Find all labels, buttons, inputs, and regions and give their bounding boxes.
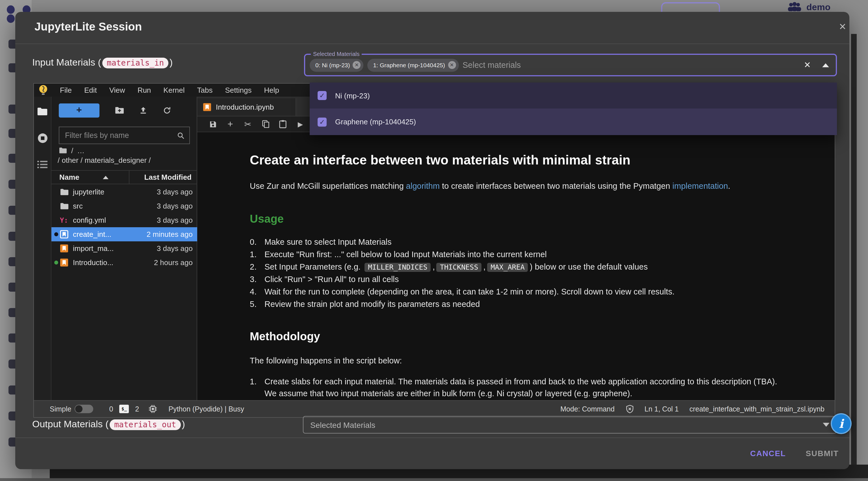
menu-run[interactable]: Run bbox=[131, 86, 157, 94]
file-row[interactable]: Y: config.yml 3 days ago bbox=[52, 213, 197, 227]
info-button[interactable]: i bbox=[831, 413, 851, 434]
folder-icon bbox=[60, 188, 69, 196]
table-of-contents-tab-icon[interactable] bbox=[37, 160, 48, 169]
breadcrumb-path[interactable]: / other / materials_designer / bbox=[58, 155, 151, 166]
tab-introduction-ipynb[interactable]: Introduction.ipynb bbox=[197, 98, 296, 116]
status-dot bbox=[54, 218, 58, 222]
save-icon[interactable] bbox=[204, 120, 221, 128]
file-browser-panel: + bbox=[52, 97, 197, 400]
file-row[interactable]: src 3 days ago bbox=[52, 199, 197, 213]
menu-view[interactable]: View bbox=[103, 86, 131, 94]
new-launcher-button[interactable]: + bbox=[59, 103, 99, 117]
file-modified: 3 days ago bbox=[157, 244, 193, 253]
item-text: Wait for the run to complete (depending … bbox=[265, 287, 675, 297]
add-cell-icon[interactable]: + bbox=[221, 118, 239, 130]
trust-shield-icon bbox=[625, 404, 634, 414]
cut-cells-icon[interactable]: ✂ bbox=[239, 119, 256, 129]
refresh-icon[interactable] bbox=[155, 106, 179, 115]
close-icon[interactable]: × bbox=[835, 19, 850, 34]
user-label: demo bbox=[806, 2, 830, 12]
running-kernel-dot bbox=[54, 261, 58, 265]
file-row[interactable]: Introductio... 2 hours ago bbox=[52, 255, 197, 270]
checkbox-checked-icon[interactable]: ✓ bbox=[318, 117, 327, 126]
material-chip[interactable]: 0: Ni (mp-23) ✕ bbox=[310, 59, 364, 71]
collapse-arrow-icon[interactable] bbox=[822, 63, 829, 67]
file-modified: 2 hours ago bbox=[154, 258, 193, 267]
column-name[interactable]: Name bbox=[52, 173, 80, 181]
item-text: Set Input Parameters (e.g. bbox=[265, 262, 363, 271]
input-materials-suffix: ) bbox=[169, 57, 173, 68]
file-browser-tab-icon[interactable] bbox=[37, 107, 48, 116]
dialog-title: JupyterLite Session bbox=[34, 18, 142, 36]
copy-cells-icon[interactable] bbox=[256, 120, 274, 128]
file-name: config.yml bbox=[73, 216, 106, 224]
output-materials-select[interactable]: Selected Materials bbox=[303, 416, 837, 433]
menu-help[interactable]: Help bbox=[258, 86, 285, 94]
option-graphene[interactable]: ✓ Graphene (mp-1040425) bbox=[310, 109, 837, 135]
item-number: 0. bbox=[250, 237, 265, 247]
upload-icon[interactable] bbox=[131, 106, 155, 115]
clear-selection-icon[interactable]: ✕ bbox=[804, 60, 811, 70]
item-number: 2. bbox=[250, 262, 265, 272]
file-browser-toolbar: + bbox=[59, 103, 190, 118]
item-text: Create slabs for each input material. Th… bbox=[265, 376, 777, 400]
file-row[interactable]: jupyterlite 3 days ago bbox=[52, 185, 197, 199]
run-cell-icon[interactable]: ▶ bbox=[291, 120, 309, 128]
menu-file[interactable]: File bbox=[54, 86, 78, 94]
menu-edit[interactable]: Edit bbox=[78, 86, 103, 94]
select-materials-input[interactable] bbox=[463, 60, 804, 69]
item-text: , bbox=[483, 262, 486, 271]
option-ni[interactable]: ✓ Ni (mp-23) bbox=[310, 83, 837, 109]
status-dot bbox=[54, 204, 58, 208]
file-filter-box[interactable] bbox=[59, 127, 190, 144]
code-max-area: MAX_AREA bbox=[487, 263, 528, 272]
menu-kernel[interactable]: Kernel bbox=[157, 86, 191, 94]
file-row-selected[interactable]: create_int... 2 minutes ago bbox=[52, 227, 197, 241]
chip-remove-icon[interactable]: ✕ bbox=[353, 61, 361, 69]
materials-dropdown-menu: ✓ Ni (mp-23) ✓ Graphene (mp-1040425) bbox=[310, 83, 837, 135]
breadcrumb: / … bbox=[59, 145, 85, 155]
item-number: 1. bbox=[250, 376, 265, 388]
new-folder-icon[interactable] bbox=[107, 106, 131, 114]
file-row[interactable]: import_ma... 3 days ago bbox=[52, 241, 197, 255]
column-last-modified[interactable]: Last Modified bbox=[144, 173, 197, 181]
item-number: 3. bbox=[250, 274, 265, 285]
jupyterlite-session-dialog: JupyterLite Session × Input Materials ( … bbox=[15, 12, 849, 469]
folder-icon bbox=[60, 202, 69, 210]
terminal-icon: $_ bbox=[119, 405, 129, 413]
cursor-position: Ln 1, Col 1 bbox=[645, 405, 679, 413]
backdrop-dark-panel bbox=[851, 34, 857, 475]
usage-list: 0. Make sure to select Input Materials 1… bbox=[250, 237, 812, 310]
algorithm-link[interactable]: algorithm bbox=[406, 181, 440, 190]
item-line: We assume that two input materials are e… bbox=[265, 388, 777, 400]
implementation-link[interactable]: implementation bbox=[673, 181, 728, 190]
code-miller-indices: MILLER_INDICES bbox=[365, 263, 431, 272]
item-line: Create slabs for each input material. Th… bbox=[265, 376, 777, 388]
material-chip[interactable]: 1: Graphene (mp-1040425) ✕ bbox=[368, 59, 459, 71]
kernels-count: 2 bbox=[135, 405, 139, 413]
option-label: Graphene (mp-1040425) bbox=[335, 118, 416, 126]
chip-remove-icon[interactable]: ✕ bbox=[448, 61, 456, 69]
checkbox-checked-icon[interactable]: ✓ bbox=[318, 91, 327, 100]
menu-tabs[interactable]: Tabs bbox=[191, 86, 219, 94]
item-text: Make sure to select Input Materials bbox=[265, 237, 392, 247]
submit-button[interactable]: SUBMIT bbox=[799, 445, 846, 462]
selected-materials-field-label: Selected Materials bbox=[311, 51, 362, 57]
status-dot bbox=[54, 246, 58, 250]
home-folder-icon[interactable] bbox=[59, 147, 67, 154]
notebook-document: Create an interface between two material… bbox=[197, 132, 835, 400]
divider bbox=[15, 438, 849, 438]
file-name: jupyterlite bbox=[73, 188, 104, 196]
file-filter-input[interactable] bbox=[65, 131, 177, 140]
notebook-file-icon bbox=[60, 244, 69, 253]
menu-settings[interactable]: Settings bbox=[219, 86, 258, 94]
selected-materials-field[interactable]: Selected Materials 0: Ni (mp-23) ✕ 1: Gr… bbox=[304, 54, 837, 76]
paste-cells-icon[interactable] bbox=[274, 120, 291, 128]
file-list: jupyterlite 3 days ago src 3 days ago Y: bbox=[52, 185, 197, 270]
simple-mode-toggle[interactable] bbox=[74, 405, 93, 413]
breadcrumb-ellipsis[interactable]: … bbox=[77, 146, 85, 155]
screen: demo JupyterLite Session × Input Materia… bbox=[0, 0, 868, 481]
running-sessions-tab-icon[interactable] bbox=[37, 133, 48, 144]
breadcrumb-root[interactable]: / bbox=[71, 146, 73, 155]
cancel-button[interactable]: CANCEL bbox=[744, 445, 792, 462]
